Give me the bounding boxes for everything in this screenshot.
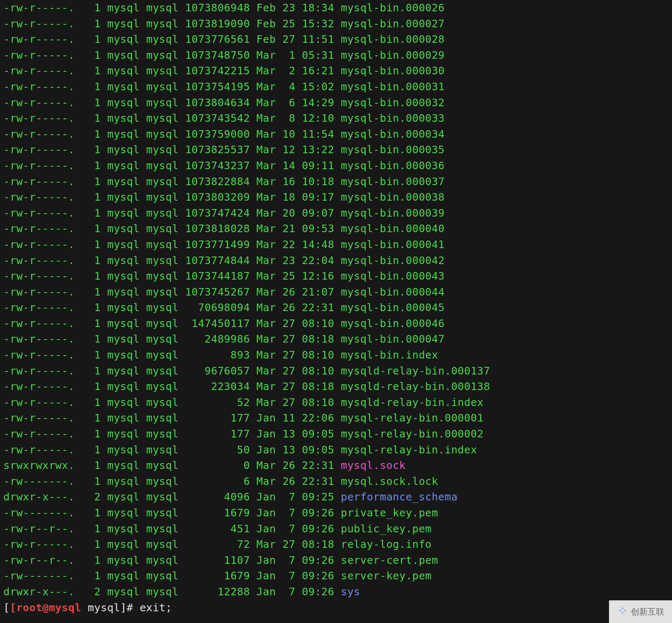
listing-meta: -rw-r-----. 1 mysql mysql 1073774844 Mar… [3,254,341,267]
listing-meta: -rw-r-----. 1 mysql mysql 1073743542 Mar… [3,112,341,124]
listing-row: -rw-r-----. 1 mysql mysql 1073825537 Mar… [3,142,669,158]
prompt-open-bracket: [ [3,602,10,614]
listing-filename: sys [341,586,360,598]
listing-meta: drwxr-x---. 2 mysql mysql 12288 Jan 7 09… [3,586,341,598]
terminal-output[interactable]: -rw-r-----. 1 mysql mysql 1073806948 Feb… [0,0,672,615]
listing-meta: -rw-------. 1 mysql mysql 1679 Jan 7 09:… [3,570,341,582]
shell-prompt[interactable]: [[root@mysql mysql]# exit; [3,600,669,616]
prompt-command[interactable]: exit; [140,602,172,614]
svg-point-0 [621,609,623,611]
listing-filename: mysql-bin.000039 [341,207,444,219]
listing-row: -rw-r--r--. 1 mysql mysql 1107 Jan 7 09:… [3,552,669,568]
listing-row: -rw-r-----. 1 mysql mysql 1073771499 Mar… [3,237,669,253]
listing-row: -rw-r-----. 1 mysql mysql 9676057 Mar 27… [3,363,669,379]
listing-meta: drwxr-x---. 2 mysql mysql 4096 Jan 7 09:… [3,491,341,503]
listing-row: -rw-r-----. 1 mysql mysql 2489986 Mar 27… [3,331,669,347]
watermark-logo-icon [617,605,628,619]
listing-filename: mysql-bin.000046 [341,317,444,330]
listing-row: -rw-r-----. 1 mysql mysql 147450117 Mar … [3,316,669,332]
listing-filename: mysql-bin.000035 [341,144,444,156]
listing-filename: mysql-bin.index [341,349,438,361]
listing-meta: -rw-r-----. 1 mysql mysql 1073748750 Mar… [3,49,341,61]
listing-meta: srwxrwxrwx. 1 mysql mysql 0 Mar 26 22:31 [3,459,341,471]
prompt-cwd: mysql [81,602,120,614]
listing-meta: -rw-r-----. 1 mysql mysql 9676057 Mar 27… [3,365,341,377]
listing-filename: mysql-relay-bin.000001 [341,412,483,424]
listing-filename: mysql-bin.000040 [341,222,444,235]
listing-filename: mysql-bin.000041 [341,238,444,251]
listing-filename: mysql-bin.000044 [341,286,444,298]
listing-filename: mysql-bin.000029 [341,49,444,61]
listing-row: -rw-r-----. 1 mysql mysql 1073742215 Mar… [3,63,669,79]
listing-row: -rw-r-----. 1 mysql mysql 1073774844 Mar… [3,253,669,269]
listing-meta: -rw-r-----. 1 mysql mysql 1073803209 Mar… [3,191,341,203]
listing-filename: mysql.sock [341,459,406,471]
listing-meta: -rw-r-----. 1 mysql mysql 1073742215 Mar… [3,65,341,77]
listing-filename: mysql-bin.000028 [341,33,444,45]
listing-meta: -rw-r-----. 1 mysql mysql 1073804634 Mar… [3,97,341,109]
listing-row: -rw-r-----. 1 mysql mysql 1073743542 Mar… [3,110,669,126]
listing-meta: -rw-r-----. 1 mysql mysql 1073806948 Feb… [3,2,341,14]
listing-row: srwxrwxrwx. 1 mysql mysql 0 Mar 26 22:31… [3,458,669,474]
listing-row: -rw-r-----. 1 mysql mysql 1073759000 Mar… [3,126,669,142]
listing-filename: mysqld-relay-bin.index [341,396,483,408]
listing-filename: mysqld-relay-bin.000138 [341,380,490,393]
listing-row: -rw-r-----. 1 mysql mysql 1073747424 Mar… [3,205,669,221]
listing-meta: -rw-r-----. 1 mysql mysql 1073743237 Mar… [3,160,341,172]
listing-meta: -rw-r--r--. 1 mysql mysql 451 Jan 7 09:2… [3,523,341,535]
listing-row: -rw-r--r--. 1 mysql mysql 451 Jan 7 09:2… [3,521,669,537]
listing-filename: mysql-bin.000038 [341,191,444,203]
listing-meta: -rw-r-----. 1 mysql mysql 1073759000 Mar… [3,128,341,140]
prompt-close-bracket: ]# [120,602,139,614]
listing-row: -rw-------. 1 mysql mysql 6 Mar 26 22:31… [3,474,669,490]
listing-meta: -rw-r-----. 1 mysql mysql 2489986 Mar 27… [3,333,341,345]
listing-filename: mysql-bin.000036 [341,160,444,172]
listing-meta: -rw-------. 1 mysql mysql 6 Mar 26 22:31 [3,475,341,487]
listing-row: -rw-r-----. 1 mysql mysql 70698094 Mar 2… [3,300,669,316]
listing-row: -rw-r-----. 1 mysql mysql 1073745267 Mar… [3,284,669,300]
listing-filename: mysql.sock.lock [341,475,438,487]
listing-filename: mysql-bin.000037 [341,175,444,188]
listing-row: -rw-r-----. 1 mysql mysql 1073804634 Mar… [3,95,669,111]
listing-filename: public_key.pem [341,523,431,535]
listing-meta: -rw-r-----. 1 mysql mysql 70698094 Mar 2… [3,301,341,314]
listing-row: -rw-------. 1 mysql mysql 1679 Jan 7 09:… [3,568,669,584]
listing-meta: -rw-r-----. 1 mysql mysql 1073819090 Feb… [3,18,341,30]
listing-filename: server-cert.pem [341,554,438,566]
listing-meta: -rw-r-----. 1 mysql mysql 1073771499 Mar… [3,238,341,251]
listing-meta: -rw-r-----. 1 mysql mysql 893 Mar 27 08:… [3,349,341,361]
listing-filename: mysql-bin.000031 [341,81,444,93]
listing-row: -rw-r-----. 1 mysql mysql 50 Jan 13 09:0… [3,442,669,458]
listing-row: -rw-r-----. 1 mysql mysql 893 Mar 27 08:… [3,347,669,363]
listing-meta: -rw-r--r--. 1 mysql mysql 1107 Jan 7 09:… [3,554,341,566]
listing-row: drwxr-x---. 2 mysql mysql 4096 Jan 7 09:… [3,489,669,505]
listing-row: -rw-r-----. 1 mysql mysql 1073818028 Mar… [3,221,669,237]
listing-meta: -rw-r-----. 1 mysql mysql 72 Mar 27 08:1… [3,538,341,550]
listing-filename: mysql-bin.000047 [341,333,444,345]
listing-filename: mysql-bin.000032 [341,97,444,109]
listing-row: -rw-r-----. 1 mysql mysql 1073806948 Feb… [3,0,669,16]
listing-filename: mysql-bin.000043 [341,270,444,282]
listing-row: -rw-r-----. 1 mysql mysql 177 Jan 11 22:… [3,410,669,426]
listing-meta: -rw-r-----. 1 mysql mysql 177 Jan 13 09:… [3,428,341,440]
listing-meta: -rw-r-----. 1 mysql mysql 1073747424 Mar… [3,207,341,219]
listing-meta: -rw-r-----. 1 mysql mysql 1073745267 Mar… [3,286,341,298]
listing-row: -rw-r-----. 1 mysql mysql 1073748750 Mar… [3,47,669,63]
listing-row: -rw-r-----. 1 mysql mysql 1073776561 Feb… [3,31,669,47]
listing-row: -rw-r-----. 1 mysql mysql 1073744187 Mar… [3,268,669,284]
listing-meta: -rw-r-----. 1 mysql mysql 1073754195 Mar… [3,81,341,93]
listing-filename: performance_schema [341,491,457,503]
listing-filename: private_key.pem [341,507,438,519]
watermark-badge: 创新互联 [609,600,672,623]
listing-meta: -rw-r-----. 1 mysql mysql 52 Mar 27 08:1… [3,396,341,408]
listing-meta: -rw-r-----. 1 mysql mysql 50 Jan 13 09:0… [3,444,341,456]
listing-row: -rw-r-----. 1 mysql mysql 1073803209 Mar… [3,189,669,205]
listing-meta: -rw-------. 1 mysql mysql 1679 Jan 7 09:… [3,507,341,519]
listing-filename: mysql-bin.000045 [341,301,444,314]
listing-meta: -rw-r-----. 1 mysql mysql 177 Jan 11 22:… [3,412,341,424]
listing-filename: mysql-bin.000034 [341,128,444,140]
listing-meta: -rw-r-----. 1 mysql mysql 1073744187 Mar… [3,270,341,282]
listing-filename: mysql-relay-bin.index [341,444,477,456]
listing-row: -rw-r-----. 1 mysql mysql 52 Mar 27 08:1… [3,395,669,411]
prompt-user-host: [root@mysql [10,602,81,614]
